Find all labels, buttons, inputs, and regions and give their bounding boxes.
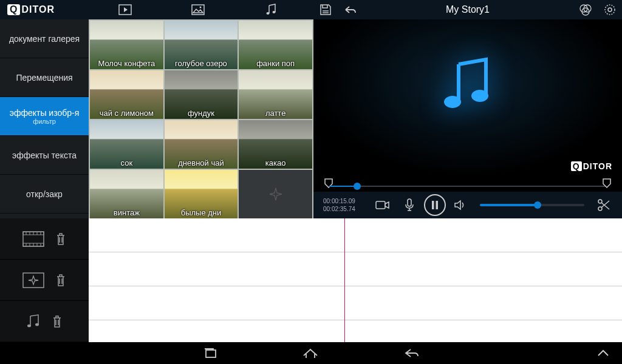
filter-item[interactable]: чай с лимоном xyxy=(90,70,163,119)
filter-item[interactable]: латте xyxy=(239,70,312,119)
sidebar-item-label: эффекты изобр-я xyxy=(10,108,80,118)
settings-button[interactable] xyxy=(598,3,622,16)
scrub-bar[interactable] xyxy=(313,176,622,192)
filter-label: какао xyxy=(239,158,312,167)
timeline-playhead[interactable] xyxy=(344,218,345,342)
nav-home[interactable] xyxy=(302,347,318,359)
app-header: QDITOR My Story1 xyxy=(0,0,622,19)
filter-item[interactable]: винтаж xyxy=(90,170,163,218)
mic-icon xyxy=(405,198,414,212)
volume-thumb[interactable] xyxy=(534,201,541,209)
sidebar-item-label: эффекты текста xyxy=(12,150,77,160)
svg-point-22 xyxy=(27,324,31,327)
color-button[interactable] xyxy=(573,3,598,16)
filter-label: латте xyxy=(239,109,312,118)
scrub-end-marker[interactable] xyxy=(603,178,611,188)
nav-recents[interactable] xyxy=(203,347,217,359)
film-icon xyxy=(22,231,44,247)
trash-icon[interactable] xyxy=(55,232,66,246)
save-button[interactable] xyxy=(313,4,338,16)
filter-label: фанки поп xyxy=(239,59,312,68)
track-head-effects xyxy=(0,260,89,301)
filter-item[interactable]: сок xyxy=(90,120,163,169)
timeline-track-video[interactable] xyxy=(89,218,622,252)
watermark-text: DITOR xyxy=(583,161,612,171)
time-display: 00:00:15.09 00:02:35.74 xyxy=(320,197,368,213)
recents-icon xyxy=(203,347,217,359)
timeline-tracks[interactable] xyxy=(89,218,622,342)
sidebar-item-transitions[interactable]: Перемещения xyxy=(0,58,89,97)
logo-mark: Q xyxy=(7,4,20,15)
sidebar-item-gallery[interactable]: документ галерея xyxy=(0,19,89,58)
watermark-mark: Q xyxy=(571,161,582,171)
preview-watermark: QDITOR xyxy=(571,161,612,171)
camera-button[interactable] xyxy=(371,193,395,217)
filter-label: голубое озеро xyxy=(165,59,238,68)
scrub-thumb[interactable] xyxy=(354,183,361,190)
camera-icon xyxy=(375,200,390,211)
filter-label: сок xyxy=(90,158,163,167)
nav-expand[interactable] xyxy=(596,349,610,357)
svg-point-10 xyxy=(444,96,461,108)
svg-point-2 xyxy=(200,7,202,8)
filter-item[interactable]: былые дни xyxy=(165,170,238,218)
volume-slider[interactable] xyxy=(480,204,584,206)
preview-video[interactable]: QDITOR xyxy=(313,19,622,176)
music-note-icon xyxy=(265,4,276,16)
scrub-track xyxy=(329,186,606,187)
sidebar: документ галерея Перемещения эффекты изо… xyxy=(0,19,89,218)
music-artwork-icon xyxy=(434,52,501,119)
preview-panel: QDITOR 00:00:15.09 00:02:35.74 xyxy=(313,19,622,218)
svg-rect-14 xyxy=(432,201,434,209)
svg-rect-15 xyxy=(436,201,439,209)
sidebar-item-image-effects[interactable]: эффекты изобр-я фильтр xyxy=(0,97,89,136)
filter-label: чай с лимоном xyxy=(90,109,163,118)
effects-frame-icon xyxy=(22,272,44,288)
filter-label: Молоч конфета xyxy=(90,59,163,68)
filter-item[interactable]: голубое озеро xyxy=(165,21,238,69)
chevron-up-icon xyxy=(596,349,610,357)
volume-button[interactable] xyxy=(448,193,473,217)
header-right: My Story1 xyxy=(313,3,622,16)
timeline-track-effects[interactable] xyxy=(89,252,622,286)
logo-text: DITOR xyxy=(21,4,54,15)
filter-item[interactable]: Молоч конфета xyxy=(90,21,163,69)
cut-button[interactable] xyxy=(592,193,616,217)
volume-fill xyxy=(480,204,538,206)
playback-controls: 00:00:15.09 00:02:35.74 xyxy=(313,192,622,218)
speaker-icon xyxy=(454,199,467,211)
filter-item[interactable]: фундук xyxy=(165,70,238,119)
current-time: 00:00:15.09 xyxy=(323,197,364,205)
tab-video[interactable] xyxy=(89,0,162,19)
play-box-icon xyxy=(118,4,132,15)
project-title[interactable]: My Story1 xyxy=(362,4,573,15)
svg-point-9 xyxy=(605,5,615,15)
pause-button[interactable] xyxy=(424,194,446,216)
tab-audio[interactable] xyxy=(234,0,307,19)
filter-item[interactable]: дневной чай xyxy=(165,120,238,169)
sidebar-item-openclose[interactable]: откр/закр xyxy=(0,175,89,214)
trash-icon[interactable] xyxy=(55,274,66,287)
undo-button[interactable] xyxy=(338,5,362,15)
mic-button[interactable] xyxy=(397,193,422,217)
music-note-icon xyxy=(26,314,41,329)
track-head-video xyxy=(0,218,89,260)
timeline-track-audio[interactable] xyxy=(89,286,622,320)
home-icon xyxy=(302,347,318,359)
pause-icon xyxy=(431,200,439,210)
timeline xyxy=(0,218,622,342)
undo-icon xyxy=(343,5,357,15)
timeline-track-heads xyxy=(0,218,89,342)
system-navbar xyxy=(0,342,622,364)
sidebar-item-sublabel: фильтр xyxy=(33,118,56,125)
nav-back[interactable] xyxy=(403,348,419,359)
image-icon xyxy=(191,4,205,15)
filter-item[interactable]: фанки поп xyxy=(239,21,312,69)
sparkle-icon xyxy=(267,186,284,203)
svg-point-4 xyxy=(273,11,276,13)
tab-image[interactable] xyxy=(162,0,234,19)
trash-icon[interactable] xyxy=(52,315,63,328)
filter-item[interactable]: какао xyxy=(239,120,312,169)
filter-custom[interactable] xyxy=(239,170,312,218)
sidebar-item-text-effects[interactable]: эффекты текста xyxy=(0,136,89,175)
